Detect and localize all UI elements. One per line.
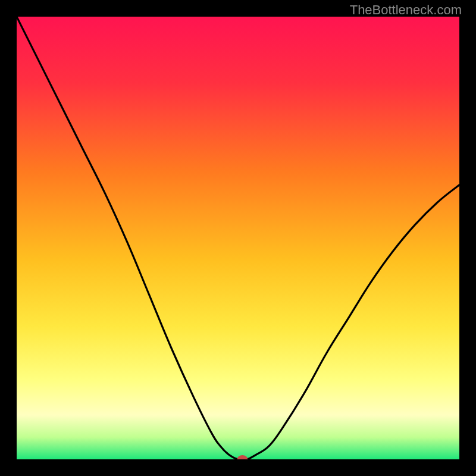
background-gradient (17, 17, 459, 459)
chart-svg (17, 17, 459, 459)
chart-container: TheBottleneck.com (0, 0, 476, 476)
plot-area (17, 17, 459, 459)
watermark-text: TheBottleneck.com (350, 2, 462, 18)
